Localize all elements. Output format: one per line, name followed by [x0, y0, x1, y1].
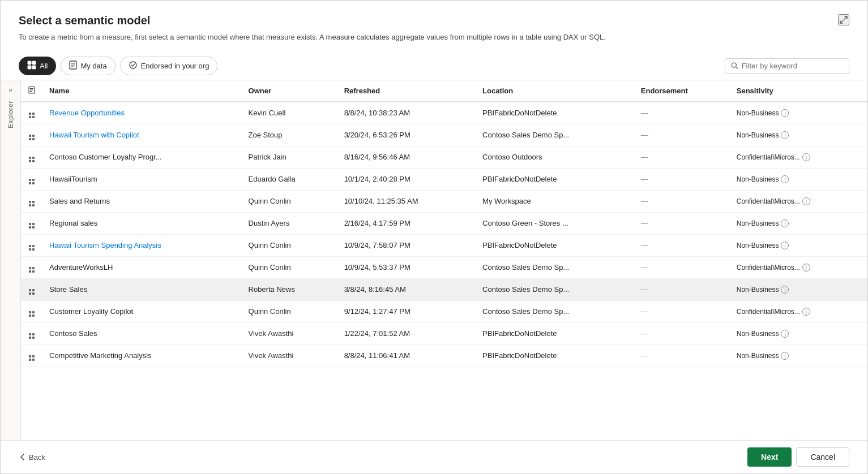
row-location: Contoso Sales Demo Sp... [476, 124, 634, 146]
table-row[interactable]: Customer Loyality CopilotQuinn Conlin9/1… [21, 300, 867, 322]
row-sensitivity: Non-Business i [730, 234, 867, 256]
row-icon [21, 212, 42, 234]
row-location: PBIFabricDoNotDelete [476, 168, 634, 190]
svg-rect-3 [32, 66, 36, 69]
row-endorsement: — [634, 212, 730, 234]
row-sensitivity: Non-Business i [730, 212, 867, 234]
table-row[interactable]: Revenue OpportunitiesKevin Cuell8/8/24, … [21, 102, 867, 124]
info-icon[interactable]: i [802, 197, 810, 205]
col-owner: Owner [242, 80, 337, 102]
col-location: Location [476, 80, 634, 102]
row-refreshed: 2/16/24, 4:17:59 PM [337, 212, 476, 234]
row-refreshed: 1/22/24, 7:01:52 AM [337, 322, 476, 344]
table-row[interactable]: Competitive Marketing AnalysisVivek Awas… [21, 344, 867, 367]
back-button[interactable]: Back [19, 453, 45, 462]
row-sensitivity: Non-Business i [730, 124, 867, 146]
row-name[interactable]: AdventureWorksLH [42, 256, 242, 278]
row-name[interactable]: Contoso Sales [42, 322, 242, 344]
semantic-models-table: Name Owner Refreshed Location Endorsemen… [21, 80, 867, 367]
info-icon[interactable]: i [781, 109, 789, 117]
info-icon[interactable]: i [802, 308, 810, 316]
info-icon[interactable]: i [781, 242, 789, 249]
info-icon[interactable]: i [781, 175, 789, 183]
col-endorsement: Endorsement [634, 80, 730, 102]
table-row[interactable]: Regional salesDustin Ayers2/16/24, 4:17:… [21, 212, 867, 234]
model-name-link[interactable]: Revenue Opportunities [49, 109, 125, 117]
col-name: Name [42, 80, 242, 102]
table-row[interactable]: Hawaii Tourism Spending AnalysisQuinn Co… [21, 234, 867, 256]
row-endorsement: — [634, 322, 730, 344]
table-row[interactable]: Hawaii Tourism with CopilotZoe Stoup3/20… [21, 124, 867, 146]
row-name[interactable]: Revenue Opportunities [42, 102, 242, 124]
info-icon[interactable]: i [781, 286, 789, 294]
tab-my-data[interactable]: My data [61, 57, 115, 75]
row-owner: Patrick Jain [242, 146, 337, 168]
row-icon [21, 168, 42, 190]
model-name-link[interactable]: Hawaii Tourism with Copilot [49, 131, 139, 139]
info-icon[interactable]: i [802, 264, 810, 272]
svg-rect-1 [32, 61, 36, 64]
table-row[interactable]: Contoso SalesVivek Awasthi1/22/24, 7:01:… [21, 322, 867, 344]
grid-icon [29, 267, 35, 273]
row-refreshed: 3/20/24, 6:53:26 PM [337, 124, 476, 146]
main-area: » Explorer Name [1, 80, 867, 441]
row-name[interactable]: Competitive Marketing Analysis [42, 344, 242, 367]
row-name[interactable]: Hawaii Tourism Spending Analysis [42, 234, 242, 256]
row-icon [21, 256, 42, 278]
row-endorsement: — [634, 124, 730, 146]
search-box[interactable] [725, 58, 849, 74]
sensitivity-badge: Confidential\Micros... i [737, 197, 810, 205]
row-name[interactable]: HawaiiTourism [42, 168, 242, 190]
row-name[interactable]: Customer Loyality Copilot [42, 300, 242, 322]
sensitivity-badge: Non-Business i [737, 175, 789, 183]
row-endorsement: — [634, 102, 730, 124]
table-row[interactable]: HawaiiTourismEduardo Galla10/1/24, 2:40:… [21, 168, 867, 190]
tab-endorsed[interactable]: Endorsed in your org [120, 57, 218, 75]
info-icon[interactable]: i [781, 352, 789, 360]
back-label: Back [29, 453, 45, 462]
table-row[interactable]: Contoso Customer Loyalty Progr...Patrick… [21, 146, 867, 168]
expand-button[interactable] [838, 14, 849, 25]
table-row[interactable]: AdventureWorksLHQuinn Conlin10/9/24, 5:5… [21, 256, 867, 278]
row-name[interactable]: Store Sales [42, 278, 242, 300]
search-input[interactable] [742, 62, 843, 70]
sidebar-chevron-icon[interactable]: » [8, 86, 12, 94]
dialog-subtitle: To create a metric from a measure, first… [1, 32, 867, 52]
table-row[interactable]: Sales and ReturnsQuinn Conlin10/10/24, 1… [21, 190, 867, 212]
endorsed-icon [129, 61, 138, 71]
tab-all[interactable]: All [19, 57, 56, 75]
row-endorsement: — [634, 344, 730, 367]
filter-bar: All My data [1, 52, 867, 80]
row-icon [21, 146, 42, 168]
row-name[interactable]: Contoso Customer Loyalty Progr... [42, 146, 242, 168]
model-name-link[interactable]: Hawaii Tourism Spending Analysis [49, 241, 161, 249]
sensitivity-badge: Confidential\Micros... i [737, 308, 810, 316]
info-icon[interactable]: i [781, 131, 789, 139]
all-icon [27, 61, 36, 71]
sensitivity-badge: Non-Business i [737, 219, 789, 227]
row-owner: Vivek Awasthi [242, 322, 337, 344]
row-icon [21, 278, 42, 300]
row-owner: Quinn Conlin [242, 300, 337, 322]
sensitivity-badge: Non-Business i [737, 352, 789, 360]
row-owner: Roberta News [242, 278, 337, 300]
cancel-button[interactable]: Cancel [796, 447, 849, 467]
row-name[interactable]: Regional sales [42, 212, 242, 234]
row-name[interactable]: Sales and Returns [42, 190, 242, 212]
row-owner: Vivek Awasthi [242, 344, 337, 367]
row-icon [21, 344, 42, 367]
row-location: PBIFabricDoNotDelete [476, 234, 634, 256]
row-endorsement: — [634, 256, 730, 278]
table-row[interactable]: Store SalesRoberta News3/8/24, 8:16:45 A… [21, 278, 867, 300]
info-icon[interactable]: i [781, 219, 789, 227]
row-location: Contoso Sales Demo Sp... [476, 278, 634, 300]
filter-tabs: All My data [19, 57, 217, 75]
info-icon[interactable]: i [781, 330, 789, 338]
info-icon[interactable]: i [802, 153, 810, 161]
row-endorsement: — [634, 146, 730, 168]
next-button[interactable]: Next [747, 447, 792, 467]
explorer-label[interactable]: Explorer [7, 101, 15, 128]
row-owner: Dustin Ayers [242, 212, 337, 234]
row-location: Contoso Outdoors [476, 146, 634, 168]
row-name[interactable]: Hawaii Tourism with Copilot [42, 124, 242, 146]
